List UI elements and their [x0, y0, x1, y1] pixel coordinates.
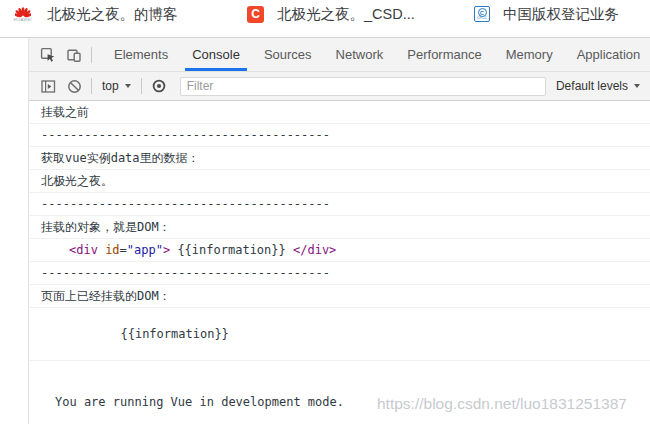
levels-label: Default levels	[556, 79, 628, 93]
inspect-cursor-icon	[40, 47, 56, 63]
browser-window: { "browser": { "tabs": [ { "title": "北极光…	[0, 0, 650, 424]
devtools-panel: Elements Console Sources Network Perform…	[28, 38, 650, 424]
console-log-row: 北极光之夜。	[29, 170, 650, 193]
live-expression-button[interactable]	[146, 73, 172, 99]
execution-context-selector[interactable]: top	[96, 79, 137, 93]
open-tag: <div	[69, 243, 105, 257]
device-toolbar-icon	[66, 47, 82, 63]
tab-sources[interactable]: Sources	[252, 38, 324, 71]
console-divider-row: ----------------------------------------	[29, 262, 650, 285]
browser-tab-bar: HUAWEI 北极光之夜。的博客 C 北极光之夜。_CSD... C CPCC …	[0, 0, 650, 28]
console-log-row: 页面上已经挂载的DOM：	[29, 285, 650, 308]
element-preview-row[interactable]: <div id="app"> {{information}} </div>	[29, 239, 650, 262]
tab-performance[interactable]: Performance	[395, 38, 493, 71]
toolbar-divider	[91, 78, 92, 94]
console-log-row: 获取vue实例data里的数据：	[29, 147, 650, 170]
tab-title: 北极光之夜。的博客	[47, 5, 178, 24]
vue-message-line: You are running Vue in development mode.	[55, 395, 638, 410]
toolbar-divider	[91, 47, 92, 63]
console-output: 挂载之前 -----------------------------------…	[29, 101, 650, 424]
tab-console[interactable]: Console	[180, 38, 252, 71]
console-divider-row: ----------------------------------------	[29, 193, 650, 216]
vue-dev-mode-message-row: You are running Vue in development mode.…	[29, 361, 650, 424]
console-log-row: 挂载之前	[29, 101, 650, 124]
console-log-row: 挂载的对象，就是DOM：	[29, 216, 650, 239]
console-toolbar: top Default levels	[29, 72, 650, 101]
context-label: top	[102, 79, 119, 93]
eye-icon	[151, 79, 167, 93]
console-sidebar-button[interactable]	[35, 73, 61, 99]
attribute-value: "app"	[127, 243, 163, 257]
device-toolbar-button[interactable]	[61, 42, 87, 68]
closing-tag: </div>	[293, 243, 336, 257]
equals-sign: =	[120, 243, 127, 257]
tab-title: 中国版权登记业务	[503, 5, 619, 24]
browser-tab-cpcc[interactable]: C CPCC 中国版权登记业务	[462, 0, 650, 28]
toolbar-divider	[141, 78, 142, 94]
inspect-element-button[interactable]	[35, 42, 61, 68]
cpcc-icon: C CPCC	[474, 6, 490, 22]
console-multiline-row: {{information}}	[29, 308, 650, 361]
console-sidebar-icon	[41, 80, 56, 93]
huawei-wordmark: HUAWEI	[14, 18, 32, 22]
clear-console-button[interactable]	[61, 73, 87, 99]
huawei-flower-icon: HUAWEI	[12, 7, 34, 22]
log-levels-selector[interactable]: Default levels	[556, 79, 642, 93]
tab-application[interactable]: Application	[565, 38, 650, 71]
mounted-dom-text: {{information}}	[41, 327, 229, 356]
clear-console-icon	[67, 79, 82, 94]
chevron-down-icon	[634, 84, 640, 88]
console-filter-input[interactable]	[180, 77, 546, 96]
element-inner-text: {{information}}	[170, 243, 293, 257]
console-divider-row: ----------------------------------------	[29, 124, 650, 147]
tab-title: 北极光之夜。_CSD...	[277, 5, 415, 24]
tab-elements[interactable]: Elements	[102, 38, 180, 71]
browser-tab-huawei-blog[interactable]: HUAWEI 北极光之夜。的博客	[0, 0, 235, 28]
devtools-main-toolbar: Elements Console Sources Network Perform…	[29, 38, 650, 72]
tab-network[interactable]: Network	[324, 38, 396, 71]
page-gap	[0, 28, 650, 37]
browser-tab-csdn[interactable]: C 北极光之夜。_CSD...	[235, 0, 462, 28]
chevron-down-icon	[125, 84, 131, 88]
devtools-tab-strip: Elements Console Sources Network Perform…	[102, 38, 650, 71]
csdn-icon: C	[247, 6, 264, 23]
attribute-name: id	[105, 243, 119, 257]
tab-memory[interactable]: Memory	[494, 38, 565, 71]
